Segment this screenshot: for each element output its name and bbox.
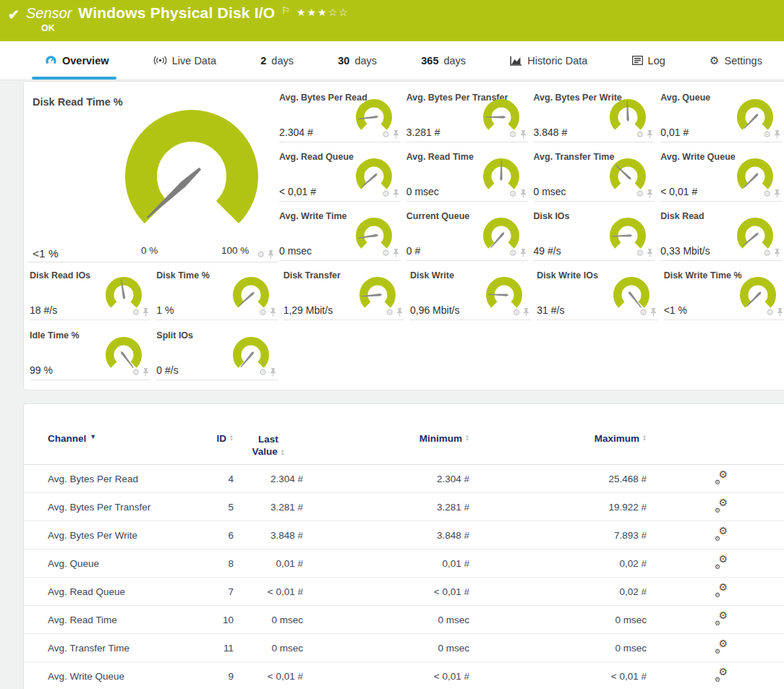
gauge-tile: Disk Read 0,33 Mbit/s ⚙ (660, 207, 782, 267)
gauge-pin-icon[interactable] (774, 249, 780, 257)
gauge-dial (610, 276, 652, 311)
tab-live-data[interactable]: Live Data (150, 41, 219, 80)
gauge-settings-gear-icon[interactable]: ⚙ (763, 249, 771, 257)
channel-settings-icon[interactable]: ⚙⚙ (715, 556, 728, 568)
tab-bar: Overview Live Data 2 days 30 days 365 da… (0, 41, 784, 80)
gauge-pin-icon[interactable] (774, 130, 780, 139)
gauge-pin-icon[interactable] (393, 189, 399, 198)
gauge-settings-gear-icon[interactable]: ⚙ (382, 189, 390, 198)
gauge-dial (230, 336, 272, 371)
tab-days[interactable]: 2 days (257, 41, 297, 80)
tab-settings[interactable]: ⚙ Settings (707, 41, 765, 80)
gauge-pin-icon[interactable] (520, 249, 527, 257)
gauge-settings-gear-icon[interactable]: ⚙ (513, 308, 521, 317)
priority-stars[interactable]: ★★★☆☆ (297, 7, 349, 18)
gauge-settings-gear-icon[interactable]: ⚙ (639, 308, 647, 317)
col-header-id[interactable]: ID▲▼ (192, 433, 234, 444)
sort-icon: ▲▼ (281, 449, 285, 456)
tab-log[interactable]: Log (629, 41, 668, 80)
gauge-pin-icon[interactable] (270, 368, 276, 377)
gauge-pin-icon[interactable] (268, 250, 274, 259)
gauge-settings-gear-icon[interactable]: ⚙ (132, 308, 140, 317)
gauge-settings-gear-icon[interactable]: ⚙ (509, 130, 517, 139)
gauge-settings-gear-icon[interactable]: ⚙ (509, 189, 517, 198)
channel-id: 8 (192, 558, 234, 569)
gauge-pin-icon[interactable] (774, 189, 780, 198)
gauge-tile: Disk Transfer 1,29 Mbit/s ⚙ (284, 267, 404, 327)
channel-name: Avg. Transfer Time (48, 643, 192, 654)
channel-minimum: 0 msec (303, 615, 469, 625)
gauge-title: Disk Read (660, 211, 704, 221)
tab-historic-data[interactable]: Historic Data (507, 41, 590, 80)
gauges-panel: Disk Read Time % <1 % 0 % 100 % ⚙ Avg. B… (23, 81, 784, 390)
col-header-last-value[interactable]: LastValue▲▼ (234, 433, 303, 458)
gauge-settings-gear-icon[interactable]: ⚙ (636, 189, 644, 198)
gauge-pin-icon[interactable] (393, 249, 399, 257)
gauge-pin-icon[interactable] (393, 130, 399, 139)
gauge-settings-gear-icon[interactable]: ⚙ (259, 368, 267, 377)
gauge-pin-icon[interactable] (647, 249, 653, 257)
gauge-pin-icon[interactable] (520, 189, 527, 198)
gauge-tile: Disk IOs 49 #/s ⚙ (534, 207, 655, 267)
gauge-pin-icon[interactable] (142, 308, 149, 317)
gauge-value: 3.848 # (534, 127, 568, 138)
gauge-settings-gear-icon[interactable]: ⚙ (382, 249, 390, 257)
table-row: Avg. Read Time 10 0 msec 0 msec 0 msec ⚙… (24, 606, 784, 634)
channel-settings-icon[interactable]: ⚙⚙ (715, 669, 728, 681)
gauge-value: 2.304 # (279, 127, 313, 138)
gauge-pin-icon[interactable] (650, 308, 657, 317)
gauge-settings-gear-icon[interactable]: ⚙ (385, 308, 393, 317)
gauge-settings-gear-icon[interactable]: ⚙ (509, 249, 517, 257)
primary-gauge-dial (119, 98, 264, 252)
priority-flag-icon[interactable]: ⚐ (281, 5, 290, 16)
table-row: Avg. Read Queue 7 < 0,01 # < 0,01 # 0,02… (24, 578, 784, 606)
gauge-dial (734, 98, 776, 133)
channel-settings-icon[interactable]: ⚙⚙ (715, 584, 728, 596)
channel-settings-icon[interactable]: ⚙⚙ (715, 500, 728, 512)
channel-settings-icon[interactable]: ⚙⚙ (715, 641, 728, 653)
table-row: Avg. Write Queue 9 < 0,01 # < 0,01 # < 0… (24, 662, 784, 689)
channel-name: Avg. Write Queue (48, 671, 192, 682)
tab-overview[interactable]: Overview (42, 41, 112, 80)
channel-settings-icon[interactable]: ⚙⚙ (715, 528, 728, 540)
channel-maximum: 0 msec (469, 615, 647, 625)
gauge-settings-gear-icon[interactable]: ⚙ (259, 308, 267, 317)
tab-days[interactable]: 365 days (418, 41, 469, 80)
gauge-settings-gear-icon[interactable]: ⚙ (763, 130, 771, 139)
gauge-pin-icon[interactable] (777, 308, 783, 317)
gauge-pin-icon[interactable] (396, 308, 403, 317)
channel-settings-icon[interactable]: ⚙⚙ (715, 471, 728, 484)
table-row: Avg. Transfer Time 11 0 msec 0 msec 0 ms… (24, 634, 784, 662)
gauge-pin-icon[interactable] (647, 130, 653, 139)
gauge-settings-gear-icon[interactable]: ⚙ (763, 189, 771, 198)
gauge-settings-gear-icon[interactable]: ⚙ (257, 250, 265, 259)
col-header-maximum[interactable]: Maximum▲▼ (469, 433, 647, 444)
gauge-settings-gear-icon[interactable]: ⚙ (636, 249, 644, 257)
live-icon (153, 56, 167, 65)
gauge-settings-gear-icon[interactable]: ⚙ (766, 308, 774, 317)
gauge-settings-gear-icon[interactable]: ⚙ (382, 130, 390, 139)
channel-name: Avg. Bytes Per Transfer (48, 502, 192, 513)
status-badge: OK (41, 23, 55, 33)
gauge-pin-icon[interactable] (520, 130, 527, 139)
historic-chart-icon (510, 56, 522, 66)
gauge-dial (607, 158, 649, 192)
col-header-channel[interactable]: Channel▼ (48, 433, 192, 444)
gauge-settings-gear-icon[interactable]: ⚙ (132, 368, 140, 377)
gauge-title: Avg. Transfer Time (534, 152, 615, 162)
channel-minimum: 0 msec (303, 643, 469, 654)
col-header-minimum[interactable]: Minimum▲▼ (303, 433, 469, 444)
sort-icon: ▲▼ (642, 435, 647, 442)
gauge-grid-bottom: Disk Read IOs 18 #/s ⚙ Disk Time % 1 % ⚙… (30, 267, 784, 387)
gauge-pin-icon[interactable] (270, 308, 276, 317)
gauge-pin-icon[interactable] (647, 189, 653, 198)
tab-days[interactable]: 30 days (335, 41, 380, 80)
channel-settings-icon[interactable]: ⚙⚙ (715, 612, 728, 625)
gauge-value: 0 msec (534, 186, 566, 197)
gauge-settings-gear-icon[interactable]: ⚙ (636, 130, 644, 139)
gauge-pin-icon[interactable] (142, 368, 149, 377)
channel-name: Avg. Read Queue (48, 586, 192, 597)
channel-last-value: 3.848 # (234, 530, 303, 541)
channel-maximum: 0,02 # (469, 586, 647, 597)
gauge-pin-icon[interactable] (523, 308, 529, 317)
